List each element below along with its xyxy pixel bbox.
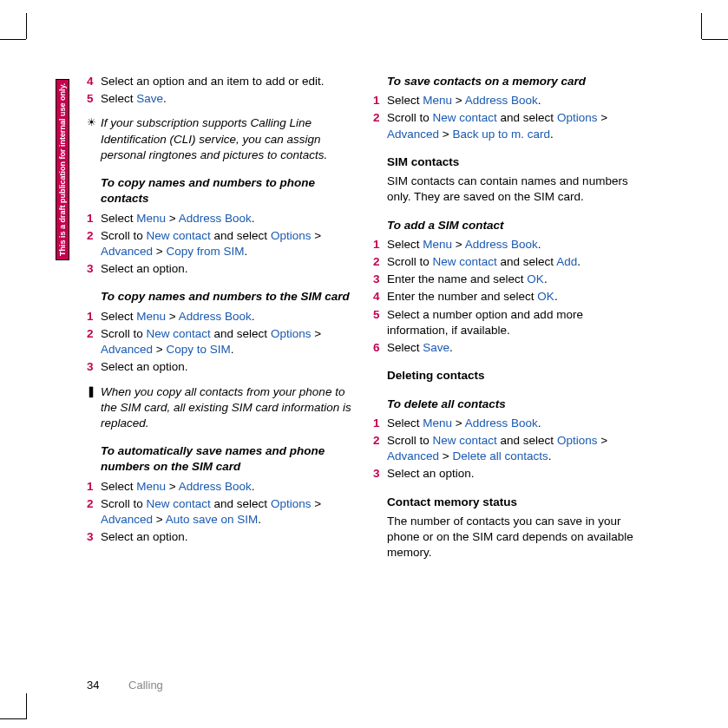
step-text: Select Save. (387, 340, 642, 356)
text: . (244, 245, 247, 258)
step-row: 2 Scroll to New contact and select Optio… (87, 228, 356, 259)
link-back-up-to-m-card: Back up to m. card (452, 128, 550, 141)
text: > (311, 327, 321, 340)
text: > (452, 416, 465, 430)
text: and select (211, 327, 271, 340)
warning-icon: ❚ (87, 384, 101, 432)
step-number: 1 (373, 237, 387, 253)
heading: To copy names and numbers to phone conta… (101, 175, 356, 207)
step-number: 3 (87, 359, 101, 375)
link-address-book: Address Book (465, 238, 538, 251)
step-row: 1 Select Menu > Address Book. (373, 93, 642, 108)
text: Select (387, 416, 423, 430)
link-new-contact: New contact (147, 497, 211, 510)
step-row: 5 Select Save. (87, 91, 356, 107)
step-text: Scroll to New contact and select Options… (387, 433, 642, 464)
text: > (597, 434, 607, 447)
step-number: 5 (87, 91, 101, 107)
text: > (311, 229, 321, 242)
text: > (166, 310, 179, 323)
link-menu: Menu (136, 212, 166, 225)
step-number: 2 (373, 110, 387, 141)
step-number: 3 (87, 261, 101, 277)
text: Select (101, 310, 136, 323)
text: Scroll to (387, 255, 433, 268)
step-text: Select an option. (387, 466, 642, 482)
step-text: Select Menu > Address Book. (387, 416, 642, 431)
paragraph: The number of contacts you can save in y… (387, 514, 642, 561)
link-menu: Menu (136, 480, 166, 493)
crop-mark (26, 13, 27, 39)
step-number: 4 (373, 289, 387, 305)
text: Enter the number and select (387, 290, 537, 303)
step-row: 1 Select Menu > Address Book. (87, 309, 356, 325)
step-number: 2 (87, 228, 101, 259)
step-text: Enter the name and select OK. (387, 272, 642, 287)
step-row: 6 Select Save. (373, 340, 642, 356)
step-row: 2 Scroll to New contact and select Add. (373, 254, 642, 270)
step-number: 6 (373, 340, 387, 356)
link-options: Options (271, 497, 312, 510)
text: Select (387, 94, 423, 107)
link-options: Options (557, 111, 598, 124)
subheading: SIM contacts (387, 154, 642, 170)
warning-note: ❚ When you copy all contacts from your p… (87, 384, 356, 432)
step-row: 1 Select Menu > Address Book. (87, 479, 356, 495)
step-row: 1 Select Menu > Address Book. (87, 211, 356, 226)
text: . (538, 238, 541, 251)
link-ok: OK (527, 272, 544, 285)
heading: To save contacts on a memory card (387, 74, 642, 89)
link-options: Options (271, 327, 312, 340)
text: . (538, 94, 541, 107)
link-new-contact: New contact (433, 111, 497, 124)
step-text: Scroll to New contact and select Options… (101, 228, 356, 259)
link-ok: OK (537, 290, 554, 303)
text: and select (497, 111, 557, 124)
step-number: 2 (87, 496, 101, 528)
text: . (449, 341, 453, 354)
step-text: Scroll to New contact and select Add. (387, 254, 642, 270)
text: Scroll to (387, 111, 433, 124)
link-new-contact: New contact (147, 229, 211, 242)
step-text: Scroll to New contact and select Options… (387, 110, 642, 141)
step-number: 2 (373, 254, 387, 270)
text: > (439, 128, 452, 141)
link-save: Save (423, 341, 449, 354)
link-advanced: Advanced (387, 449, 439, 462)
step-row: 2 Scroll to New contact and select Optio… (373, 110, 642, 141)
text: Scroll to (387, 434, 433, 447)
page-number: 34 (87, 679, 99, 692)
step-text: Select Menu > Address Book. (101, 309, 356, 325)
link-address-book: Address Book (179, 310, 252, 323)
text: Enter the name and select (387, 272, 527, 285)
text: > (311, 497, 321, 510)
step-number: 2 (373, 433, 387, 464)
step-text: Select Save. (101, 91, 356, 107)
text: and select (211, 497, 271, 510)
text: > (452, 238, 465, 251)
tip-icon: ☀ (87, 115, 101, 163)
step-row: 2 Scroll to New contact and select Optio… (373, 433, 642, 464)
step-row: 2 Scroll to New contact and select Optio… (87, 496, 356, 528)
subheading: Contact memory status (387, 495, 642, 510)
link-address-book: Address Book (179, 212, 252, 225)
step-text: Select Menu > Address Book. (101, 211, 356, 226)
text: and select (497, 434, 557, 447)
right-column: To save contacts on a memory card 1 Sele… (373, 74, 642, 564)
text: > (153, 513, 166, 526)
step-row: 3 Enter the name and select OK. (373, 272, 642, 287)
text: . (252, 310, 255, 323)
link-menu: Menu (423, 238, 452, 251)
step-row: 5 Select a number option and add more in… (373, 307, 642, 338)
text: Select (101, 212, 136, 225)
text: > (452, 94, 465, 107)
step-number: 3 (373, 466, 387, 482)
step-row: 3 Select an option. (87, 529, 356, 545)
step-row: 3 Select an option. (373, 466, 642, 482)
text: . (577, 255, 580, 268)
step-number: 1 (373, 416, 387, 431)
note-text: If your subscription supports Calling Li… (101, 115, 356, 163)
step-text: Enter the number and select OK. (387, 289, 642, 305)
heading: To copy names and numbers to the SIM car… (101, 289, 356, 305)
text: Select (387, 341, 423, 354)
